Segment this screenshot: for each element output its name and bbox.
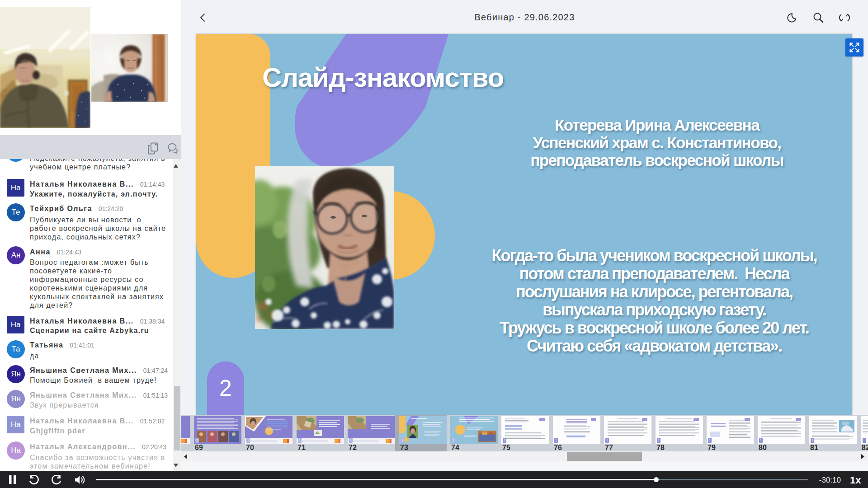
- svg-text:1: 1: [811, 439, 813, 442]
- svg-text:1: 1: [658, 439, 660, 442]
- svg-text:1: 1: [401, 439, 403, 442]
- svg-text:1: 1: [606, 439, 608, 442]
- svg-text:1: 1: [709, 439, 711, 442]
- svg-text:1: 1: [504, 439, 505, 442]
- svg-text:1: 1: [453, 439, 454, 442]
- svg-text:1: 1: [247, 439, 249, 442]
- svg-text:1: 1: [350, 439, 352, 442]
- svg-text:1: 1: [555, 439, 557, 442]
- svg-text:1: 1: [760, 439, 762, 442]
- svg-text:1: 1: [299, 439, 301, 442]
- svg-text:1: 1: [196, 439, 198, 442]
